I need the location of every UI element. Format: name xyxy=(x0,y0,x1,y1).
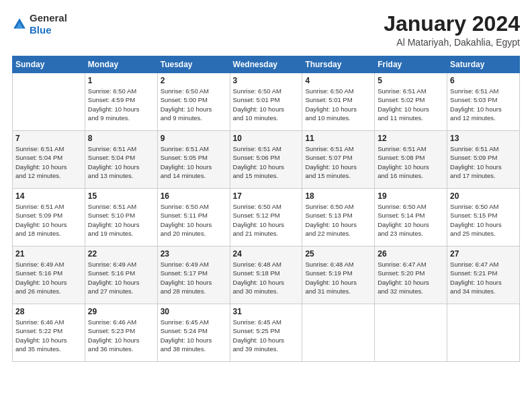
table-row: 21Sunrise: 6:49 AM Sunset: 5:16 PM Dayli… xyxy=(13,246,85,304)
table-row: 19Sunrise: 6:50 AM Sunset: 5:14 PM Dayli… xyxy=(375,189,447,246)
table-row: 8Sunrise: 6:51 AM Sunset: 5:04 PM Daylig… xyxy=(85,131,157,189)
table-row: 17Sunrise: 6:50 AM Sunset: 5:12 PM Dayli… xyxy=(230,189,302,246)
day-info: Sunrise: 6:50 AM Sunset: 5:13 PM Dayligh… xyxy=(305,202,371,238)
calendar-week-row: 14Sunrise: 6:51 AM Sunset: 5:09 PM Dayli… xyxy=(13,189,520,246)
table-row: 11Sunrise: 6:51 AM Sunset: 5:07 PM Dayli… xyxy=(302,131,375,189)
day-info: Sunrise: 6:47 AM Sunset: 5:21 PM Dayligh… xyxy=(450,260,517,295)
header-friday: Friday xyxy=(375,56,447,73)
day-number: 24 xyxy=(233,249,300,259)
table-row: 3Sunrise: 6:50 AM Sunset: 5:01 PM Daylig… xyxy=(230,73,302,131)
day-number: 1 xyxy=(88,76,154,85)
day-number: 14 xyxy=(15,191,82,201)
table-row: 22Sunrise: 6:49 AM Sunset: 5:16 PM Dayli… xyxy=(85,246,157,304)
day-info: Sunrise: 6:47 AM Sunset: 5:20 PM Dayligh… xyxy=(378,260,444,295)
table-row xyxy=(302,304,375,362)
day-info: Sunrise: 6:50 AM Sunset: 5:15 PM Dayligh… xyxy=(450,202,517,238)
calendar-subtitle: Al Matariyah, Dakahlia, Egypt xyxy=(384,37,520,48)
day-info: Sunrise: 6:50 AM Sunset: 5:00 PM Dayligh… xyxy=(161,87,227,122)
table-row: 24Sunrise: 6:48 AM Sunset: 5:18 PM Dayli… xyxy=(230,246,302,304)
table-row: 25Sunrise: 6:48 AM Sunset: 5:19 PM Dayli… xyxy=(302,246,375,304)
table-row: 26Sunrise: 6:47 AM Sunset: 5:20 PM Dayli… xyxy=(375,246,447,304)
header-tuesday: Tuesday xyxy=(157,56,230,73)
table-row: 1Sunrise: 6:50 AM Sunset: 4:59 PM Daylig… xyxy=(85,73,157,131)
day-number: 17 xyxy=(233,191,300,201)
day-info: Sunrise: 6:50 AM Sunset: 5:14 PM Dayligh… xyxy=(378,202,444,238)
table-row: 23Sunrise: 6:49 AM Sunset: 5:17 PM Dayli… xyxy=(157,246,230,304)
day-number: 10 xyxy=(233,134,300,143)
day-number: 30 xyxy=(161,307,227,316)
logo: General Blue xyxy=(12,12,67,36)
day-info: Sunrise: 6:48 AM Sunset: 5:19 PM Dayligh… xyxy=(305,260,371,295)
table-row: 5Sunrise: 6:51 AM Sunset: 5:02 PM Daylig… xyxy=(375,73,447,131)
day-number: 3 xyxy=(233,76,300,85)
day-number: 15 xyxy=(88,191,154,201)
day-info: Sunrise: 6:49 AM Sunset: 5:17 PM Dayligh… xyxy=(161,260,227,295)
day-number: 13 xyxy=(450,134,517,143)
day-number: 31 xyxy=(233,307,300,316)
day-number: 5 xyxy=(378,76,444,85)
calendar-title: January 2024 xyxy=(384,12,520,36)
table-row: 31Sunrise: 6:45 AM Sunset: 5:25 PM Dayli… xyxy=(230,304,302,362)
day-info: Sunrise: 6:50 AM Sunset: 5:12 PM Dayligh… xyxy=(233,202,300,238)
header-wednesday: Wednesday xyxy=(230,56,302,73)
day-info: Sunrise: 6:51 AM Sunset: 5:09 PM Dayligh… xyxy=(15,202,82,238)
day-info: Sunrise: 6:46 AM Sunset: 5:22 PM Dayligh… xyxy=(15,318,82,353)
header-monday: Monday xyxy=(85,56,157,73)
header: General Blue January 2024 Al Matariyah, … xyxy=(12,12,520,48)
day-number: 23 xyxy=(161,249,227,259)
calendar-week-row: 21Sunrise: 6:49 AM Sunset: 5:16 PM Dayli… xyxy=(13,246,520,304)
day-info: Sunrise: 6:51 AM Sunset: 5:04 PM Dayligh… xyxy=(88,144,154,180)
day-info: Sunrise: 6:45 AM Sunset: 5:24 PM Dayligh… xyxy=(161,318,227,353)
logo-icon xyxy=(12,17,27,32)
day-info: Sunrise: 6:50 AM Sunset: 5:01 PM Dayligh… xyxy=(305,87,371,122)
day-info: Sunrise: 6:51 AM Sunset: 5:07 PM Dayligh… xyxy=(305,144,371,180)
calendar-week-row: 28Sunrise: 6:46 AM Sunset: 5:22 PM Dayli… xyxy=(13,304,520,362)
day-number: 28 xyxy=(15,307,82,316)
calendar-week-row: 1Sunrise: 6:50 AM Sunset: 4:59 PM Daylig… xyxy=(13,73,520,131)
table-row: 15Sunrise: 6:51 AM Sunset: 5:10 PM Dayli… xyxy=(85,189,157,246)
day-info: Sunrise: 6:51 AM Sunset: 5:09 PM Dayligh… xyxy=(450,144,517,180)
day-number: 11 xyxy=(305,134,371,143)
weekday-header-row: Sunday Monday Tuesday Wednesday Thursday… xyxy=(13,56,520,73)
day-number: 9 xyxy=(161,134,227,143)
day-info: Sunrise: 6:51 AM Sunset: 5:02 PM Dayligh… xyxy=(378,87,444,122)
day-info: Sunrise: 6:51 AM Sunset: 5:05 PM Dayligh… xyxy=(161,144,227,180)
table-row: 30Sunrise: 6:45 AM Sunset: 5:24 PM Dayli… xyxy=(157,304,230,362)
table-row: 13Sunrise: 6:51 AM Sunset: 5:09 PM Dayli… xyxy=(447,131,520,189)
day-number: 20 xyxy=(450,191,517,201)
table-row: 7Sunrise: 6:51 AM Sunset: 5:04 PM Daylig… xyxy=(13,131,85,189)
table-row: 16Sunrise: 6:50 AM Sunset: 5:11 PM Dayli… xyxy=(157,189,230,246)
table-row: 20Sunrise: 6:50 AM Sunset: 5:15 PM Dayli… xyxy=(447,189,520,246)
day-info: Sunrise: 6:50 AM Sunset: 5:11 PM Dayligh… xyxy=(161,202,227,238)
table-row: 27Sunrise: 6:47 AM Sunset: 5:21 PM Dayli… xyxy=(447,246,520,304)
calendar-table: Sunday Monday Tuesday Wednesday Thursday… xyxy=(12,56,520,362)
day-info: Sunrise: 6:48 AM Sunset: 5:18 PM Dayligh… xyxy=(233,260,300,295)
day-number: 29 xyxy=(88,307,154,316)
header-saturday: Saturday xyxy=(447,56,520,73)
day-number: 2 xyxy=(161,76,227,85)
day-number: 26 xyxy=(378,249,444,259)
day-info: Sunrise: 6:51 AM Sunset: 5:03 PM Dayligh… xyxy=(450,87,517,122)
day-info: Sunrise: 6:46 AM Sunset: 5:23 PM Dayligh… xyxy=(88,318,154,353)
day-number: 27 xyxy=(450,249,517,259)
day-number: 6 xyxy=(450,76,517,85)
day-number: 7 xyxy=(15,134,82,143)
logo-general: General xyxy=(30,12,67,24)
table-row: 18Sunrise: 6:50 AM Sunset: 5:13 PM Dayli… xyxy=(302,189,375,246)
table-row: 28Sunrise: 6:46 AM Sunset: 5:22 PM Dayli… xyxy=(13,304,85,362)
day-info: Sunrise: 6:51 AM Sunset: 5:04 PM Dayligh… xyxy=(15,144,82,180)
table-row: 4Sunrise: 6:50 AM Sunset: 5:01 PM Daylig… xyxy=(302,73,375,131)
table-row xyxy=(13,73,85,131)
table-row: 9Sunrise: 6:51 AM Sunset: 5:05 PM Daylig… xyxy=(157,131,230,189)
day-info: Sunrise: 6:50 AM Sunset: 4:59 PM Dayligh… xyxy=(88,87,154,122)
table-row: 12Sunrise: 6:51 AM Sunset: 5:08 PM Dayli… xyxy=(375,131,447,189)
table-row xyxy=(447,304,520,362)
day-number: 18 xyxy=(305,191,371,201)
day-info: Sunrise: 6:51 AM Sunset: 5:08 PM Dayligh… xyxy=(378,144,444,180)
table-row: 29Sunrise: 6:46 AM Sunset: 5:23 PM Dayli… xyxy=(85,304,157,362)
day-number: 19 xyxy=(378,191,444,201)
day-info: Sunrise: 6:50 AM Sunset: 5:01 PM Dayligh… xyxy=(233,87,300,122)
day-info: Sunrise: 6:51 AM Sunset: 5:06 PM Dayligh… xyxy=(233,144,300,180)
day-info: Sunrise: 6:49 AM Sunset: 5:16 PM Dayligh… xyxy=(15,260,82,295)
header-thursday: Thursday xyxy=(302,56,375,73)
